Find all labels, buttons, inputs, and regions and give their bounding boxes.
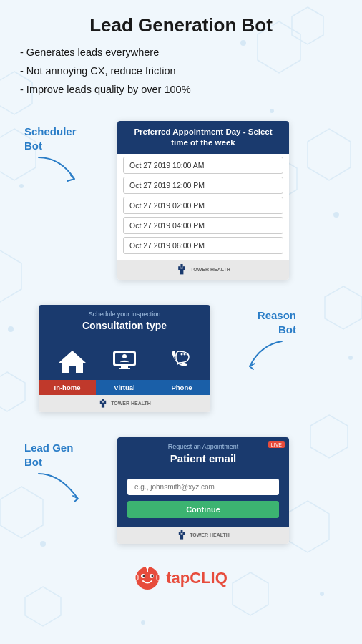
scheduler-card-header: Preferred Appointment Day - Select time … [117,121,289,154]
reason-icon-phone[interactable] [162,347,192,374]
leadgen-card-footer: TOWER HEALTH [117,527,289,544]
tower-health-text: TOWER HEALTH [190,267,230,273]
reason-title: Consultation type [46,320,203,331]
live-badge: LIVE [268,441,285,448]
leadgen-card: LIVE Request an Appointment Patient emai… [117,437,289,544]
leadgen-label-area: Lead GenBot [17,434,110,509]
svg-rect-31 [119,368,130,369]
svg-rect-30 [121,366,128,368]
feature-item-2: - Not annoying CX, reduce friction [20,64,345,79]
tower-health-logo-3: TOWER HEALTH [177,530,230,540]
reason-icons-area [39,338,210,380]
svg-rect-43 [181,530,183,533]
reason-arrow-icon [232,338,289,377]
tower-icon-3 [177,530,187,540]
svg-rect-51 [135,575,138,580]
reason-label-area: ReasonBot [210,301,303,377]
scheduler-label-area: SchedulerBot [17,117,110,190]
svg-point-47 [143,575,145,577]
page-title: Lead Generation Bot [17,14,345,36]
svg-marker-27 [59,351,86,373]
reason-icon-inhome[interactable] [57,347,87,374]
svg-point-50 [146,566,149,569]
reason-label: ReasonBot [221,308,296,336]
slot-2[interactable]: Oct 27 2019 12:00 PM [123,177,283,194]
phone-icon [162,347,192,374]
tower-health-logo: TOWER HEALTH [176,264,230,275]
tap-text: tap [166,569,190,587]
svg-rect-39 [102,399,104,401]
tapciq-logo-icon [134,565,160,591]
phone-button[interactable]: Phone [153,380,210,395]
svg-point-22 [141,620,145,625]
tower-health-text-3: TOWER HEALTH [190,532,230,538]
reason-icon-virtual[interactable] [109,347,140,374]
leadgen-card-body: Continue [117,473,289,527]
reason-card-footer: TOWER HEALTH [39,395,210,412]
reason-subtitle: Schedule your inspection [46,311,203,318]
continue-button[interactable]: Continue [127,501,279,518]
scheduler-label: SchedulerBot [24,125,110,152]
leadgen-section: Lead GenBot LIVE Request an Appointment … [17,434,345,544]
inhome-button[interactable]: In-home [39,380,96,395]
svg-point-32 [122,354,127,358]
home-icon [57,347,87,374]
scheduler-card-footer: TOWER HEALTH [117,260,289,280]
leadgen-card-header: LIVE Request an Appointment Patient emai… [117,437,289,473]
scheduler-section: SchedulerBot Preferred Appointment Day -… [17,117,345,280]
svg-rect-24 [178,266,180,270]
email-input[interactable] [127,479,279,495]
feature-item-1: - Generates leads everywhere [20,45,345,61]
cliq-text: CLIQ [190,569,228,587]
scheduler-card: Preferred Appointment Day - Select time … [117,121,289,280]
leadgen-title: Patient email [124,452,282,464]
slot-4[interactable]: Oct 27 2019 04:00 PM [123,217,283,234]
svg-rect-52 [157,575,160,580]
virtual-button[interactable]: Virtual [96,380,153,395]
svg-rect-25 [183,266,185,270]
svg-rect-26 [181,264,183,268]
scheduler-arrow-icon [31,154,89,190]
svg-rect-38 [104,401,107,404]
scheduler-slots-container: Oct 27 2019 10:00 AM Oct 27 2019 12:00 P… [117,154,289,260]
slot-3[interactable]: Oct 27 2019 02:00 PM [123,197,283,214]
screen-icon [109,347,140,374]
svg-rect-42 [183,532,185,535]
slot-5[interactable]: Oct 27 2019 06:00 PM [123,237,283,254]
leadgen-subtitle: Request an Appointment [124,443,282,450]
leadgen-arrow-icon [31,470,89,509]
svg-point-33 [181,353,183,356]
svg-rect-41 [179,532,181,535]
feature-item-3: - Improve leads quality by over 100% [20,82,345,98]
reason-card: Schedule your inspection Consultation ty… [39,305,210,412]
svg-point-34 [184,353,186,356]
reason-card-header: Schedule your inspection Consultation ty… [39,305,210,338]
feature-list: - Generates leads everywhere - Not annoy… [17,45,345,97]
tower-icon [176,264,187,275]
slot-1[interactable]: Oct 27 2019 10:00 AM [123,157,283,174]
tower-icon-2 [98,399,108,409]
svg-rect-37 [100,401,102,404]
leadgen-label: Lead GenBot [24,441,110,469]
tower-health-text-2: TOWER HEALTH [111,401,151,406]
reason-section: Schedule your inspection Consultation ty… [39,301,345,412]
tapciq-brand-text: tapCLIQ [166,569,228,587]
tapciq-footer: tapCLIQ [17,565,345,591]
reason-labels-area: In-home Virtual Phone [39,380,210,395]
svg-point-48 [152,575,154,577]
tower-health-logo-2: TOWER HEALTH [98,399,151,409]
